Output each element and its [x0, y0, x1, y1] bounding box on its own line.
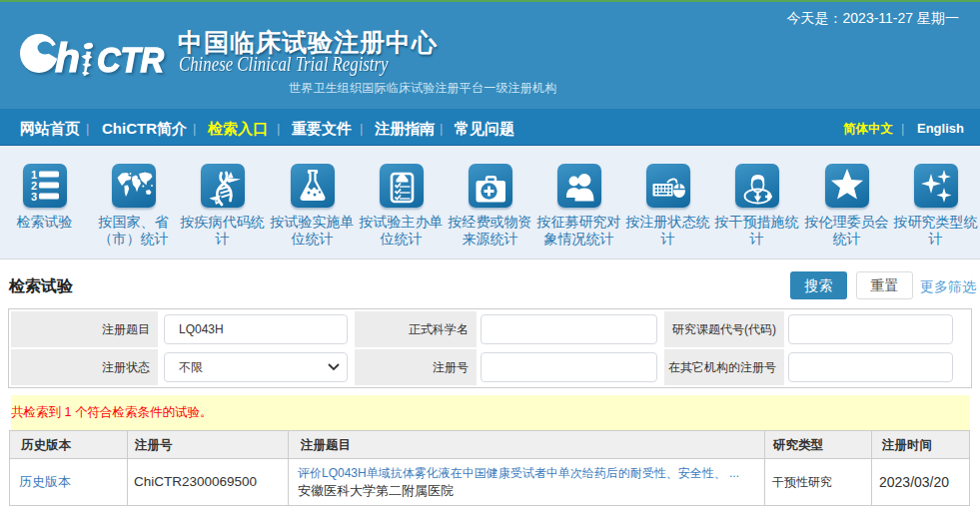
- svg-text:h: h: [55, 35, 80, 81]
- svg-text:CTR: CTR: [97, 40, 165, 79]
- svg-text:3: 3: [31, 191, 37, 203]
